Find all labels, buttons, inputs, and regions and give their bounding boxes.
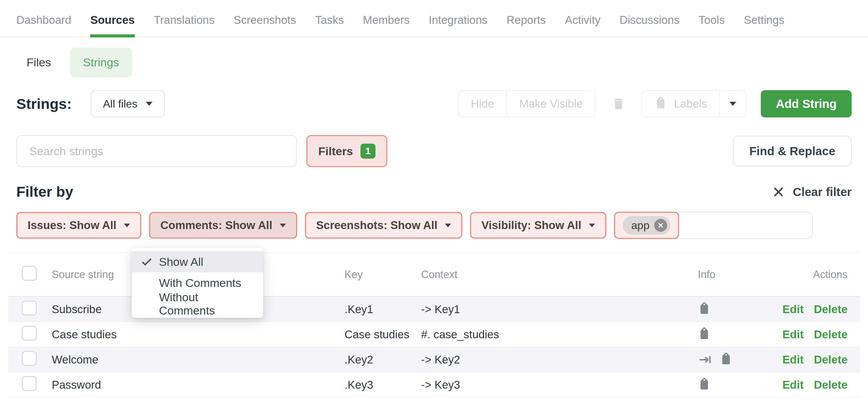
edit-link[interactable]: Edit xyxy=(783,378,804,391)
table-row: Case studies Case studies #. case_studie… xyxy=(8,322,860,347)
make-visible-button[interactable]: Make Visible xyxy=(506,91,595,117)
key-cell: .Key1 xyxy=(334,303,410,316)
nav-item-screenshots[interactable]: Screenshots xyxy=(234,14,296,37)
nav-item-reports[interactable]: Reports xyxy=(507,14,546,37)
labels-dropdown-button[interactable] xyxy=(719,91,746,117)
delete-strings-button[interactable] xyxy=(611,96,626,112)
context-cell: -> Key2 xyxy=(410,353,674,366)
add-string-button[interactable]: Add String xyxy=(761,90,852,117)
nav-item-settings[interactable]: Settings xyxy=(744,14,784,37)
page-title: Strings: xyxy=(16,96,71,112)
checkmark-icon xyxy=(140,255,154,269)
menu-item-label: Without Comments xyxy=(159,291,255,317)
filter-pills-row: Issues: Show All Comments: Show All Scre… xyxy=(16,212,852,239)
nav-item-discussions[interactable]: Discussions xyxy=(620,14,679,37)
row-checkbox-cell xyxy=(8,376,41,394)
table-row: Welcome .Key2 -> Key2 Edit Delete xyxy=(8,347,860,372)
search-input[interactable] xyxy=(16,135,297,167)
actions-cell: Edit Delete xyxy=(776,378,860,391)
filter-pill-visibility[interactable]: Visibility: Show All xyxy=(470,212,606,239)
delete-link[interactable]: Delete xyxy=(814,353,848,366)
nav-item-label: Integrations xyxy=(429,14,487,26)
chevron-down-icon xyxy=(589,224,595,227)
nav-item-activity[interactable]: Activity xyxy=(565,14,601,37)
edit-link[interactable]: Edit xyxy=(783,353,804,366)
menu-item-without-comments[interactable]: Without Comments xyxy=(132,293,263,314)
menu-item-with-comments[interactable]: With Comments xyxy=(132,272,263,293)
nav-item-translations[interactable]: Translations xyxy=(154,14,215,37)
row-checkbox-cell xyxy=(8,351,41,369)
nav-item-tools[interactable]: Tools xyxy=(698,14,725,37)
nav-item-sources[interactable]: Sources xyxy=(90,14,134,37)
nav-item-label: Discussions xyxy=(620,14,679,26)
file-filter-select[interactable]: All files xyxy=(91,90,164,117)
tab-files[interactable]: Files xyxy=(16,48,61,77)
info-cell xyxy=(674,328,776,341)
menu-item-label: Show All xyxy=(159,255,203,269)
filter-pill-comments[interactable]: Comments: Show All xyxy=(149,212,297,239)
filter-pill-screenshots[interactable]: Screenshots: Show All xyxy=(305,212,462,239)
delete-link[interactable]: Delete xyxy=(814,328,848,341)
nav-item-label: Translations xyxy=(154,14,215,26)
nav-item-integrations[interactable]: Integrations xyxy=(429,14,487,37)
nav-item-dashboard[interactable]: Dashboard xyxy=(16,14,71,37)
filters-button[interactable]: Filters 1 xyxy=(306,135,387,167)
find-replace-button[interactable]: Find & Replace xyxy=(733,136,852,166)
tab-strings[interactable]: Strings xyxy=(70,48,132,77)
filter-pill-label: Visibility: Show All xyxy=(481,219,581,232)
context-cell: #. case_studies xyxy=(410,328,674,341)
chevron-down-icon xyxy=(729,102,736,106)
delete-link[interactable]: Delete xyxy=(814,303,848,316)
key-cell: .Key3 xyxy=(334,378,410,391)
filters-button-label: Filters xyxy=(318,145,353,158)
hide-button-label: Hide xyxy=(471,97,494,110)
make-visible-button-label: Make Visible xyxy=(519,97,582,110)
menu-item-label: With Comments xyxy=(159,276,241,290)
filter-pill-issues[interactable]: Issues: Show All xyxy=(16,212,141,239)
labels-filter-active-zone: app xyxy=(614,212,679,239)
edit-link[interactable]: Edit xyxy=(783,328,804,341)
nav-item-label: Tools xyxy=(698,14,725,26)
row-checkbox[interactable] xyxy=(22,351,37,366)
labels-filter-input[interactable]: app xyxy=(614,212,813,239)
row-checkbox[interactable] xyxy=(22,376,37,391)
actions-cell: Edit Delete xyxy=(776,303,860,316)
nav-item-label: Tasks xyxy=(315,14,344,26)
nav-item-label: Settings xyxy=(744,14,784,26)
labels-button[interactable]: Labels xyxy=(642,91,719,117)
row-checkbox[interactable] xyxy=(22,326,37,341)
label-chip-text: app xyxy=(631,219,649,232)
filter-pill-label: Screenshots: Show All xyxy=(316,219,437,232)
nav-item-members[interactable]: Members xyxy=(363,14,410,37)
remove-label-chip-button[interactable] xyxy=(654,219,667,232)
nav-item-label: Sources xyxy=(90,14,134,26)
select-all-checkbox[interactable] xyxy=(22,266,37,281)
top-nav: Dashboard Sources Translations Screensho… xyxy=(0,0,868,37)
chevron-down-icon xyxy=(445,224,451,227)
nav-item-tasks[interactable]: Tasks xyxy=(315,14,344,37)
source-string-cell: Case studies xyxy=(41,328,334,341)
nav-item-label: Members xyxy=(363,14,410,26)
menu-item-show-all[interactable]: Show All xyxy=(132,251,263,272)
filter-by-row: Filter by Clear filter xyxy=(16,183,852,200)
info-cell xyxy=(674,303,776,316)
key-cell: .Key2 xyxy=(334,353,410,366)
context-cell: -> Key3 xyxy=(410,378,674,391)
info-cell xyxy=(674,378,776,391)
header-context: Context xyxy=(410,269,674,281)
toolbar-actions: Hide Make Visible Labels Add String xyxy=(458,90,852,117)
delete-link[interactable]: Delete xyxy=(814,378,848,391)
label-chip: app xyxy=(623,216,671,235)
nav-item-label: Dashboard xyxy=(16,14,71,26)
context-cell: -> Key1 xyxy=(410,303,674,316)
hide-button[interactable]: Hide xyxy=(459,91,507,117)
edit-link[interactable]: Edit xyxy=(783,303,804,316)
chevron-down-icon xyxy=(146,102,152,106)
strings-toolbar: Strings: All files Hide Make Visible Lab… xyxy=(16,90,852,117)
header-info: Info xyxy=(674,269,776,281)
row-checkbox[interactable] xyxy=(22,301,37,316)
clear-filter-button[interactable]: Clear filter xyxy=(772,185,852,199)
chevron-down-icon xyxy=(124,224,130,227)
source-string-cell: Password xyxy=(41,378,334,391)
labels-button-group: Labels xyxy=(641,90,746,117)
